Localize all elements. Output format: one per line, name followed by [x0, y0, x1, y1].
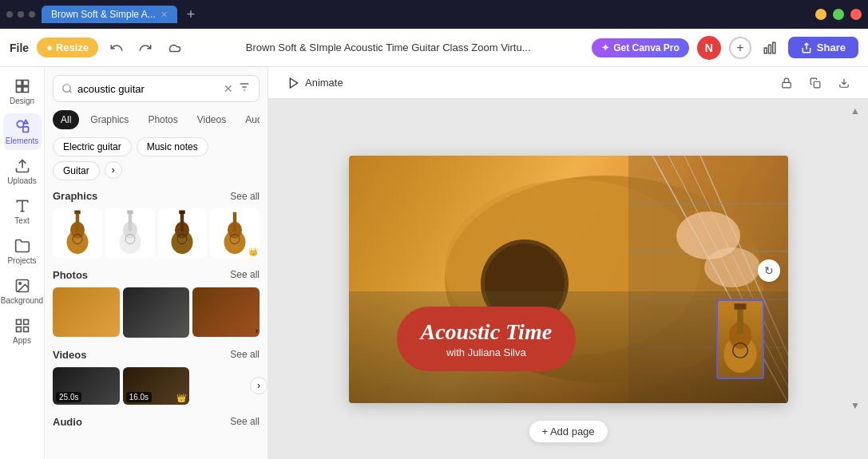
- filter-tab-audio[interactable]: Audio: [237, 110, 260, 129]
- video-duration-1: 25.0s: [56, 392, 81, 402]
- photos-section-title: Photos: [53, 269, 88, 281]
- canvas-scroll-down-icon[interactable]: ▼: [850, 400, 860, 411]
- svg-rect-44: [783, 82, 791, 87]
- graphic-item-1[interactable]: [53, 208, 102, 258]
- animate-button[interactable]: Animate: [281, 73, 350, 93]
- search-panel: ✕ All Graphics Photos Videos Audio › Ele…: [45, 67, 268, 459]
- filter-tab-all[interactable]: All: [53, 110, 79, 129]
- apps-icon: [14, 318, 30, 334]
- guitar-svg-3: [162, 209, 202, 257]
- canvas-design[interactable]: Acoustic Time with Juliana Silva ↻: [349, 156, 788, 403]
- minimize-button[interactable]: [815, 9, 826, 20]
- sidebar-item-projects[interactable]: Projects: [3, 233, 42, 270]
- share-button[interactable]: Share: [788, 37, 858, 58]
- elements-label: Elements: [6, 137, 39, 145]
- document-title: Brown Soft & SImple Acoustic Time Guitar…: [192, 42, 584, 53]
- dot-3: [29, 11, 35, 18]
- tab-label: Brown Soft & Simple A...: [51, 9, 156, 20]
- svg-rect-16: [23, 320, 28, 325]
- refresh-element-button[interactable]: ↻: [758, 259, 780, 282]
- crown-icon-4: 👑: [248, 247, 258, 256]
- svg-rect-5: [22, 81, 28, 86]
- graphic-item-3[interactable]: [158, 208, 208, 258]
- chip-music-notes[interactable]: Music notes: [137, 137, 208, 156]
- design-icon: [14, 78, 30, 94]
- projects-icon: [14, 238, 30, 254]
- graphic-item-4[interactable]: 👑: [210, 208, 260, 258]
- svg-marker-43: [290, 78, 297, 88]
- toolbar: File ● Resize Brown Soft & SImple Acoust…: [0, 29, 868, 67]
- chip-guitar[interactable]: Guitar: [53, 161, 100, 180]
- sidebar-icons: Design Elements Uploads Text Projects Ba…: [0, 67, 45, 459]
- sidebar-item-elements[interactable]: Elements: [3, 113, 42, 150]
- main-layout: Design Elements Uploads Text Projects Ba…: [0, 67, 868, 459]
- videos-next-icon[interactable]: ›: [250, 377, 268, 394]
- canva-pro-button[interactable]: ✦ Get Canva Pro: [592, 38, 689, 57]
- chips-next-icon[interactable]: ›: [105, 161, 122, 179]
- restore-button[interactable]: [833, 9, 844, 20]
- sidebar-item-design[interactable]: Design: [3, 73, 42, 110]
- svg-rect-28: [74, 210, 81, 214]
- resize-button[interactable]: ● Resize: [37, 38, 98, 57]
- audio-section: Audio See all: [53, 416, 260, 428]
- svg-rect-38: [180, 210, 186, 214]
- sidebar-item-apps[interactable]: Apps: [3, 313, 42, 350]
- undo-button[interactable]: [106, 38, 127, 58]
- dot-1: [6, 11, 13, 18]
- canvas-scroll-up-icon[interactable]: ▲: [850, 105, 860, 117]
- photo-item-2[interactable]: [123, 287, 190, 338]
- redo-button[interactable]: [135, 38, 156, 58]
- graphic-item-2[interactable]: [105, 208, 155, 258]
- filter-icon[interactable]: [238, 81, 251, 97]
- canvas-scroll-area[interactable]: ▲: [268, 99, 868, 459]
- graphics-see-all[interactable]: See all: [230, 191, 260, 202]
- graphics-section: Graphics See all: [53, 190, 260, 258]
- avatar[interactable]: N: [697, 36, 721, 60]
- guitar-svg-1: [57, 209, 97, 257]
- photo-item-3[interactable]: ›: [192, 287, 260, 338]
- add-collaborator-button[interactable]: +: [729, 37, 751, 59]
- add-page-button[interactable]: + Add page: [528, 420, 608, 443]
- audio-see-all[interactable]: See all: [230, 416, 260, 427]
- lock-button[interactable]: [775, 72, 798, 94]
- filter-tabs: All Graphics Photos Videos Audio ›: [53, 110, 260, 129]
- file-menu[interactable]: File: [10, 42, 29, 54]
- photo-item-1[interactable]: [53, 287, 120, 338]
- search-clear-icon[interactable]: ✕: [224, 82, 233, 95]
- video-item-1[interactable]: 25.0s: [53, 367, 120, 405]
- copy-button[interactable]: [804, 72, 826, 94]
- title-bar: Brown Soft & Simple A... ✕ +: [0, 0, 868, 29]
- analytics-button[interactable]: [759, 38, 780, 58]
- sidebar-item-background[interactable]: Background: [3, 273, 42, 310]
- dot-2: [18, 11, 24, 18]
- photo-next-icon[interactable]: ›: [254, 325, 260, 337]
- svg-rect-15: [16, 320, 21, 325]
- filter-tab-photos[interactable]: Photos: [140, 110, 185, 129]
- new-tab-button[interactable]: +: [187, 6, 196, 23]
- filter-tab-graphics[interactable]: Graphics: [82, 110, 137, 129]
- videos-see-all[interactable]: See all: [230, 349, 260, 360]
- filter-tab-videos[interactable]: Videos: [189, 110, 234, 129]
- active-tab[interactable]: Brown Soft & Simple A... ✕: [42, 6, 177, 23]
- animate-bar: Animate: [268, 67, 868, 99]
- tab-close-icon[interactable]: ✕: [161, 10, 168, 20]
- svg-rect-2: [773, 42, 775, 53]
- video-item-2[interactable]: 16.0s 👑: [123, 367, 190, 405]
- svg-rect-9: [22, 127, 28, 133]
- photos-see-all[interactable]: See all: [230, 269, 260, 280]
- cloud-save-button[interactable]: [164, 38, 184, 58]
- text-overlay[interactable]: Acoustic Time with Juliana Silva: [397, 307, 577, 371]
- crown-icon-video: 👑: [176, 394, 186, 402]
- resize-dot-icon: ●: [46, 42, 53, 53]
- svg-rect-31: [128, 212, 132, 231]
- download-button[interactable]: [833, 72, 855, 94]
- svg-rect-18: [23, 327, 28, 332]
- search-input[interactable]: [77, 83, 219, 95]
- close-button[interactable]: [850, 9, 862, 20]
- chip-electric-guitar[interactable]: Electric guitar: [53, 137, 132, 156]
- sidebar-item-text[interactable]: Text: [3, 193, 42, 230]
- sidebar-item-uploads[interactable]: Uploads: [3, 153, 42, 190]
- star-icon: ✦: [601, 42, 609, 53]
- photos-section: Photos See all ›: [53, 269, 260, 338]
- selected-guitar-element[interactable]: [716, 299, 764, 379]
